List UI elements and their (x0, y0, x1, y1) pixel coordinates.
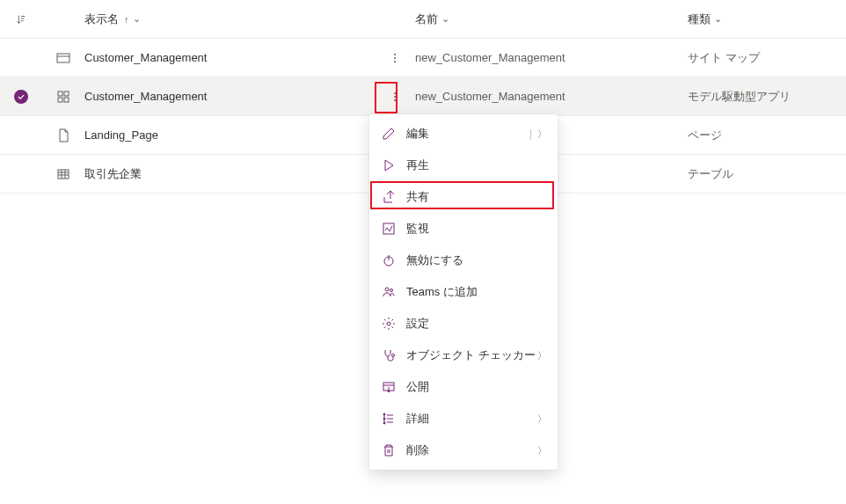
menu-monitor[interactable]: 監視 (369, 213, 558, 245)
display-name-header[interactable]: 表示名 ↑ ⌄ (84, 11, 375, 27)
display-name-header-label: 表示名 (84, 11, 119, 27)
menu-share[interactable]: 共有 (369, 181, 558, 213)
menu-share-label: 共有 (406, 189, 547, 205)
svg-point-8 (385, 288, 389, 291)
svg-point-13 (383, 413, 385, 415)
publish-icon (382, 380, 396, 394)
menu-delete-label: 削除 (406, 442, 537, 458)
chevron-right-icon: 〉 (537, 128, 547, 141)
row-select[interactable] (0, 90, 42, 104)
row-name: new_Customer_Management (415, 90, 688, 103)
row-type: モデル駆動型アプリ (688, 89, 846, 105)
name-header-label: 名前 (415, 11, 438, 27)
table-header-row: 表示名 ↑ ⌄ 名前 ⌄ 種類 ⌄ (0, 0, 846, 39)
svg-point-15 (383, 422, 385, 424)
chevron-right-icon: 〉 (537, 349, 547, 362)
play-icon (382, 158, 396, 172)
svg-rect-2 (64, 91, 69, 96)
more-vertical-icon (387, 47, 403, 69)
svg-point-11 (392, 354, 395, 357)
menu-publish-label: 公開 (406, 379, 547, 395)
share-icon (382, 190, 396, 204)
svg-rect-1 (58, 91, 62, 96)
menu-teams-label: Teams に追加 (406, 284, 547, 300)
menu-settings-label: 設定 (406, 316, 547, 332)
select-all-column[interactable] (0, 13, 42, 26)
row-actions-button[interactable] (375, 85, 415, 108)
menu-object-checker-label: オブジェクト チェッカー (406, 347, 537, 363)
svg-point-14 (383, 418, 385, 420)
menu-edit-label: 編集 (406, 126, 529, 142)
menu-details-label: 詳細 (406, 411, 537, 427)
name-header[interactable]: 名前 ⌄ (415, 11, 688, 27)
menu-settings[interactable]: 設定 (369, 308, 558, 340)
more-vertical-icon (387, 85, 403, 108)
stethoscope-icon (382, 348, 396, 362)
details-icon (382, 412, 396, 426)
svg-point-9 (390, 289, 393, 292)
teams-icon (382, 285, 396, 299)
table-row[interactable]: Customer_Management new_Customer_Managem… (0, 77, 846, 116)
menu-play[interactable]: 再生 (369, 150, 558, 181)
page-icon (42, 128, 84, 142)
table-icon (42, 167, 84, 181)
chevron-right-icon: 〉 (537, 413, 547, 426)
svg-rect-4 (64, 98, 69, 102)
menu-monitor-label: 監視 (406, 221, 547, 237)
chevron-down-icon: ⌄ (133, 13, 141, 25)
type-header[interactable]: 種類 ⌄ (688, 11, 846, 27)
row-display-name: 取引先企業 (84, 166, 375, 182)
sort-asc-icon: ↑ (124, 14, 129, 25)
menu-details[interactable]: 詳細 〉 (369, 403, 558, 435)
menu-delete[interactable]: 削除 〉 (369, 435, 558, 466)
chevron-down-icon: ⌄ (714, 13, 722, 25)
menu-teams[interactable]: Teams に追加 (369, 276, 558, 308)
svg-rect-5 (58, 170, 69, 179)
svg-rect-3 (58, 98, 62, 102)
power-icon (382, 253, 396, 267)
row-display-name: Customer_Management (84, 51, 375, 64)
selected-check-icon (14, 90, 28, 104)
chevron-down-icon: ⌄ (441, 13, 449, 25)
sort-icon (15, 13, 27, 26)
monitor-icon (382, 222, 396, 236)
menu-publish[interactable]: 公開 (369, 371, 558, 403)
row-display-name: Customer_Management (84, 90, 375, 103)
row-context-menu: 編集 | 〉 再生 共有 監視 無効にする Teams に追加 (369, 114, 558, 470)
menu-play-label: 再生 (406, 157, 547, 173)
svg-point-10 (387, 322, 390, 325)
separator-icon: | (529, 128, 532, 140)
delete-icon (382, 443, 396, 457)
menu-disable[interactable]: 無効にする (369, 245, 558, 276)
svg-rect-0 (57, 54, 69, 62)
row-display-name: Landing_Page (84, 128, 375, 142)
sitemap-icon (42, 51, 84, 65)
table-row[interactable]: Customer_Management new_Customer_Managem… (0, 39, 846, 77)
type-header-label: 種類 (688, 11, 711, 27)
row-name: new_Customer_Management (415, 51, 688, 64)
svg-rect-6 (383, 223, 394, 234)
edit-icon (382, 127, 396, 141)
row-type: サイト マップ (688, 50, 846, 66)
chevron-right-icon: 〉 (537, 444, 547, 457)
menu-disable-label: 無効にする (406, 252, 547, 268)
row-type: テーブル (688, 166, 846, 182)
row-type: ページ (688, 128, 846, 143)
gear-icon (382, 317, 396, 331)
app-icon (42, 90, 84, 104)
row-actions-button[interactable] (375, 47, 415, 69)
menu-object-checker[interactable]: オブジェクト チェッカー 〉 (369, 340, 558, 371)
menu-edit[interactable]: 編集 | 〉 (369, 118, 558, 150)
